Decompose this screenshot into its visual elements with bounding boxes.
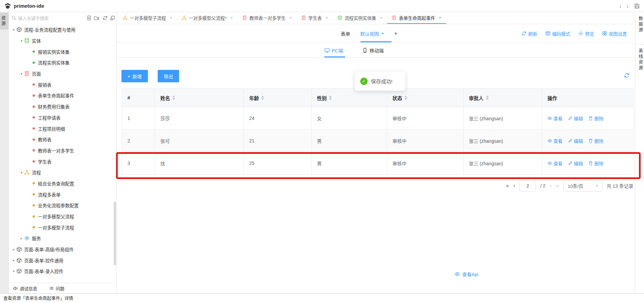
issues-button[interactable]: 问题 xyxy=(49,285,64,292)
expander-icon[interactable] xyxy=(19,39,24,43)
tree-item-finance-fee-form[interactable]: 财务费用归集表 xyxy=(9,101,117,112)
new-folder-icon[interactable] xyxy=(94,15,99,20)
tab-mobile-view[interactable]: 移动端 xyxy=(362,43,384,58)
nav-forward-icon[interactable]: › xyxy=(627,3,629,9)
delete-link[interactable]: 删除 xyxy=(588,137,603,144)
tree-item-teacher-form[interactable]: 教师表 xyxy=(9,134,117,145)
save-icon[interactable] xyxy=(634,3,640,9)
add-view-button[interactable]: + xyxy=(394,30,397,37)
view-settings-button[interactable]: 视图设置 xyxy=(602,30,627,37)
refresh-tree-icon[interactable] xyxy=(103,15,108,20)
column-header-gender[interactable]: 性别 xyxy=(312,89,387,107)
preview-button[interactable]: 预览 xyxy=(578,30,594,37)
collapse-all-icon[interactable] xyxy=(110,15,115,20)
edit-link[interactable]: 编辑 xyxy=(568,137,583,144)
sort-icon[interactable] xyxy=(329,95,332,100)
form-tab[interactable]: 表单 xyxy=(341,30,350,37)
sort-icon[interactable] xyxy=(405,95,407,100)
expander-icon[interactable] xyxy=(19,171,24,174)
tree-item-student-form[interactable]: 学生表 xyxy=(9,156,117,167)
offline-resources-panel-tab[interactable]: 离线资源 xyxy=(637,48,644,71)
tree-item-project-detail-form[interactable]: 工程项目明细 xyxy=(9,123,117,134)
column-header-approver[interactable]: 审批人 xyxy=(464,89,542,107)
tree-item-expense-instance-entity[interactable]: 报销实例实体集 xyxy=(9,46,117,57)
tree-item-one-to-many-parent-process[interactable]: 一对多模型父流程 xyxy=(9,211,117,222)
refresh-button[interactable]: 刷新 xyxy=(522,30,537,37)
delete-link[interactable]: 删除 xyxy=(588,115,603,122)
expander-icon[interactable] xyxy=(11,248,16,251)
tree-item-service-folder[interactable]: 服务 xyxy=(9,233,117,244)
tree-item-business-process-params[interactable]: 业务化流程参数配置 xyxy=(9,200,117,211)
view-link[interactable]: 查看 xyxy=(547,137,562,144)
default-view-dropdown[interactable]: 默认视图▼ xyxy=(360,30,384,37)
tree-item-combined-query-config[interactable]: 结合业务查询配置 xyxy=(9,178,117,189)
close-icon[interactable]: × xyxy=(326,15,328,20)
sidebar-scrollbar-thumb[interactable] xyxy=(114,202,116,265)
tab-teacher-students-form[interactable]: 教师表一对多学生× xyxy=(237,12,297,24)
page-number-input[interactable]: 2 xyxy=(520,180,536,191)
column-header-status[interactable]: 状态 xyxy=(387,89,464,107)
sort-icon[interactable] xyxy=(172,95,175,100)
last-page-icon[interactable]: » xyxy=(556,183,559,189)
tree-item-form-lifecycle-event[interactable]: 表单生命周起事件 xyxy=(9,90,117,101)
resources-panel-tab[interactable]: 资源 xyxy=(0,13,9,30)
tree-item-expense-form[interactable]: 报销表 xyxy=(9,79,117,90)
chevron-down-icon: ▼ xyxy=(381,32,384,35)
close-icon[interactable]: × xyxy=(439,15,441,20)
close-icon[interactable]: × xyxy=(170,15,172,20)
tab-one-to-many-child-process[interactable]: 一对多模型子流程× xyxy=(118,12,177,24)
prev-page-icon[interactable]: ‹ xyxy=(514,183,515,189)
tree-item-entity-folder[interactable]: 实体 xyxy=(9,35,117,46)
column-header-age[interactable]: 年龄 xyxy=(244,89,312,107)
expander-icon[interactable] xyxy=(11,258,16,262)
tree-item-page-form-advanced-package[interactable]: 页面-表单-高级/布局组件 xyxy=(9,244,117,255)
export-button[interactable]: 导出 xyxy=(158,70,179,82)
debug-info-button[interactable]: 调试信息 xyxy=(13,285,37,292)
view-api-link[interactable]: 查看Api xyxy=(454,271,478,277)
view-link[interactable]: 查看 xyxy=(547,115,562,122)
next-page-icon[interactable]: › xyxy=(550,183,551,189)
add-button[interactable]: +新增 xyxy=(121,70,148,82)
tree-item-process-config-package[interactable]: 流程-业务流程配置与使用 xyxy=(9,24,117,35)
tree-item-one-to-many-child-process[interactable]: 一对多模型子流程 xyxy=(9,222,117,233)
expander-icon[interactable] xyxy=(11,269,16,273)
refresh-icon xyxy=(522,31,527,36)
tree-item-project-apply-form[interactable]: 工程申请表 xyxy=(9,112,117,123)
tab-form-lifecycle-event[interactable]: 表单生命周起事件× xyxy=(387,12,446,24)
pencil-icon xyxy=(568,138,573,143)
column-header-name[interactable]: 姓名 xyxy=(155,89,244,107)
nav-back-icon[interactable]: ‹ xyxy=(620,3,622,9)
sync-icon[interactable] xyxy=(624,73,630,78)
edit-link[interactable]: 编辑 xyxy=(568,115,583,122)
code-mode-button[interactable]: 编码模式 xyxy=(545,30,570,37)
eye-icon xyxy=(547,116,552,121)
page-size-select[interactable]: 10条/页▼ xyxy=(564,180,602,191)
expander-icon[interactable] xyxy=(19,72,24,76)
tab-pc-view[interactable]: PC端 xyxy=(324,43,343,58)
import-resource-icon[interactable] xyxy=(87,15,92,20)
cell-actions: 查看 编辑 删除 xyxy=(542,107,634,130)
sort-icon[interactable] xyxy=(261,95,264,100)
tree-item-teacher-students-form[interactable]: 教师表一对多学生 xyxy=(9,145,117,156)
datasource-panel-tab[interactable]: 数据源 xyxy=(637,16,644,33)
tree-item-page-form-input-package[interactable]: 页面-表单-录入控件 xyxy=(9,266,117,277)
tree-item-process-multi-form[interactable]: 流程多表单 xyxy=(9,189,117,200)
tab-process-instance-entity[interactable]: 流程实例实体集× xyxy=(333,12,387,24)
tab-one-to-many-parent-process[interactable]: 一对多模型父流程*× xyxy=(177,12,238,24)
close-icon[interactable]: × xyxy=(380,15,383,20)
delete-link[interactable]: 删除 xyxy=(588,160,603,167)
tree-item-process-instance-entity[interactable]: 流程实例实体集 xyxy=(9,57,117,68)
expander-icon[interactable] xyxy=(11,28,16,32)
tab-student-form[interactable]: 学生表× xyxy=(297,12,333,24)
close-icon[interactable]: × xyxy=(230,15,233,20)
tree-item-page-form-common-package[interactable]: 页面-表单-控件通用 xyxy=(9,255,117,266)
view-link[interactable]: 查看 xyxy=(547,160,562,167)
tree-item-process-folder[interactable]: 流程 xyxy=(9,167,117,178)
close-icon[interactable]: × xyxy=(289,15,292,20)
sort-icon[interactable] xyxy=(486,95,489,100)
tree-item-page-folder[interactable]: 页面 xyxy=(9,68,117,79)
search-input[interactable] xyxy=(18,16,78,21)
edit-link[interactable]: 编辑 xyxy=(568,160,583,167)
expander-icon[interactable] xyxy=(19,236,24,240)
first-page-icon[interactable]: « xyxy=(506,183,509,189)
